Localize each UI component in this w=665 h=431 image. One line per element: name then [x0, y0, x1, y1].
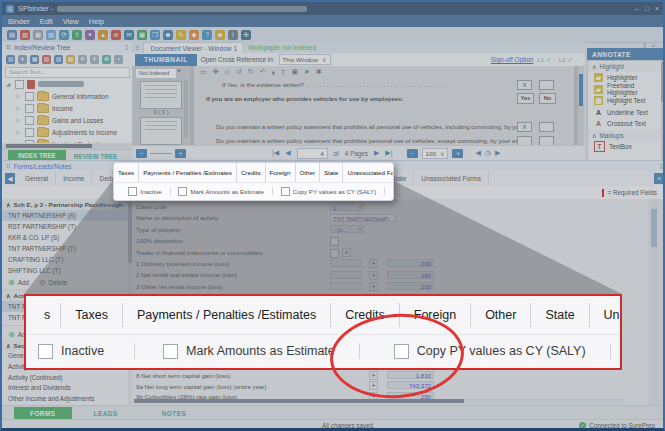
- magnified-option-row: InactiveMark Amounts as EstimateCopy PY …: [26, 335, 620, 367]
- forms-tab-other[interactable]: Other: [471, 303, 531, 327]
- highlighted-tab-row: TaxesPayments / Penalties /EstimatesCred…: [114, 163, 393, 183]
- spbinder-window: S SPbinder - – □ × BinderEditViewHelp ▤▥…: [0, 0, 665, 431]
- option-inactive[interactable]: Inactive: [128, 187, 161, 196]
- forms-tab-other[interactable]: Other: [296, 163, 320, 182]
- option-label: Inactive: [61, 344, 104, 358]
- checkbox[interactable]: [281, 187, 290, 196]
- forms-tab-taxes[interactable]: Taxes: [61, 303, 123, 327]
- forms-tab-credits[interactable]: Credits: [237, 163, 266, 182]
- option-label: Copy PY values as CY (SALY): [293, 188, 377, 195]
- forms-tab-unassociated-forms[interactable]: Unassociated Forms: [343, 163, 394, 182]
- separator: [610, 343, 611, 359]
- magnified-callout: sTaxesPayments / Penalties /EstimatesCre…: [24, 294, 622, 370]
- option-mark-amounts-as-estimate[interactable]: Mark Amounts as Estimate: [163, 344, 335, 359]
- checkbox[interactable]: [38, 344, 53, 359]
- magnified-tab-row: sTaxesPayments / Penalties /EstimatesCre…: [26, 296, 620, 335]
- forms-tab-state[interactable]: State: [531, 303, 589, 327]
- highlighted-region: TaxesPayments / Penalties /EstimatesCred…: [113, 162, 394, 201]
- forms-tab-unassociated-forms[interactable]: Unassociated Forms: [590, 303, 620, 327]
- forms-tab-payments-penalties-estimates[interactable]: Payments / Penalties /Estimates: [123, 303, 331, 327]
- option-mark-amounts-as-estimate[interactable]: Mark Amounts as Estimate: [178, 187, 264, 196]
- separator: [134, 343, 135, 359]
- partial-tab-text: s: [26, 303, 61, 327]
- separator: [384, 187, 385, 195]
- forms-tab-payments-penalties-estimates[interactable]: Payments / Penalties /Estimates: [139, 163, 237, 182]
- checkbox[interactable]: [128, 187, 137, 196]
- option-label: Mark Amounts as Estimate: [190, 188, 264, 195]
- highlighted-option-row: InactiveMark Amounts as EstimateCopy PY …: [114, 183, 393, 199]
- checkbox[interactable]: [163, 344, 178, 359]
- forms-tab-taxes[interactable]: Taxes: [114, 163, 139, 182]
- option-inactive[interactable]: Inactive: [38, 344, 104, 359]
- separator: [170, 187, 171, 195]
- separator: [272, 187, 273, 195]
- forms-tab-foreign[interactable]: Foreign: [266, 163, 296, 182]
- forms-tab-state[interactable]: State: [320, 163, 343, 182]
- option-label: Mark Amounts as Estimate: [186, 344, 335, 358]
- option-label: Inactive: [140, 188, 161, 195]
- checkbox[interactable]: [178, 187, 187, 196]
- option-copy-py-values-as-cy-saly-[interactable]: Copy PY values as CY (SALY): [281, 187, 377, 196]
